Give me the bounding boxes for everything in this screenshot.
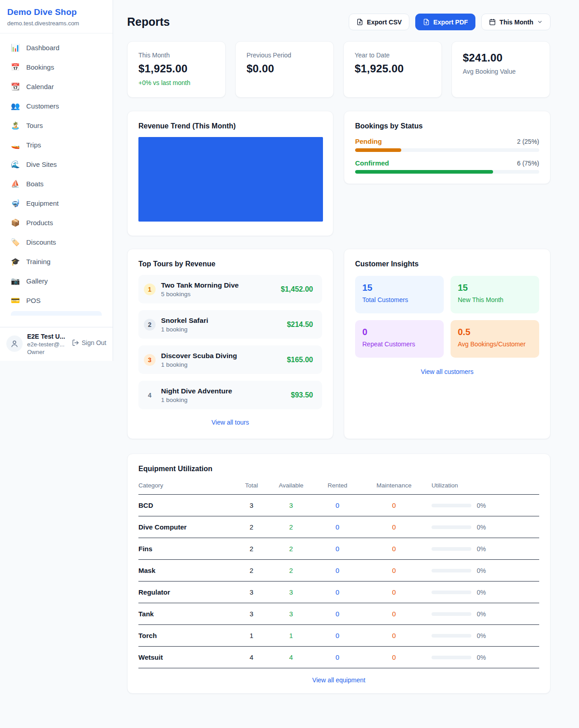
revenue-trend-title: Revenue Trend (This Month) bbox=[138, 122, 322, 130]
equipment-total: 2 bbox=[236, 545, 267, 553]
utilization-pct: 0% bbox=[477, 589, 486, 596]
equipment-maintenance: 0 bbox=[360, 653, 428, 661]
equipment-total: 1 bbox=[236, 632, 267, 639]
tour-revenue: $1,452.00 bbox=[281, 285, 313, 293]
export-csv-label: Export CSV bbox=[367, 19, 402, 26]
equipment-maintenance: 0 bbox=[360, 545, 428, 553]
equipment-total: 2 bbox=[236, 567, 267, 574]
view-all-tours-link[interactable]: View all tours bbox=[138, 419, 322, 426]
shop-header: Demo Dive Shop demo.test.divestreams.com bbox=[0, 0, 113, 33]
tour-row: 1 Two Tank Morning Dive 5 bookings $1,45… bbox=[138, 275, 322, 303]
sidebar-item-training[interactable]: 🎓 Training bbox=[5, 253, 107, 270]
sign-out-icon bbox=[72, 339, 79, 346]
sidebar-item-label: Training bbox=[26, 258, 51, 265]
equipment-maintenance: 0 bbox=[360, 632, 428, 639]
bookings-by-status-card: Bookings by Status Pending 2 (25%) Confi… bbox=[344, 111, 551, 184]
calendar-icon bbox=[489, 19, 496, 25]
equipment-total: 3 bbox=[236, 588, 267, 596]
tour-revenue: $93.50 bbox=[291, 391, 313, 399]
shop-domain: demo.test.divestreams.com bbox=[7, 20, 105, 27]
sidebar-item-gallery[interactable]: 📷 Gallery bbox=[5, 272, 107, 290]
equipment-category: BCD bbox=[138, 501, 236, 509]
tour-revenue: $165.00 bbox=[287, 356, 313, 364]
utilization-bar bbox=[432, 612, 471, 616]
table-row: Fins 2 2 0 0 0% bbox=[138, 538, 539, 560]
period-select[interactable]: This Month bbox=[481, 14, 551, 30]
tour-name: Two Tank Morning Dive bbox=[161, 281, 281, 289]
stat-label: Avg Booking Value bbox=[463, 68, 539, 75]
main-content: Reports Export CSV Export PDF This Month bbox=[113, 0, 579, 694]
utilization-bar bbox=[432, 656, 471, 659]
sidebar-item-label: Tours bbox=[26, 122, 43, 129]
sidebar-item-label: Bookings bbox=[26, 63, 54, 71]
avatar bbox=[6, 336, 23, 352]
stat-label: Previous Period bbox=[247, 52, 323, 59]
tours-icon: 🏝️ bbox=[11, 121, 20, 130]
sidebar: Demo Dive Shop demo.test.divestreams.com… bbox=[0, 0, 113, 361]
tour-bookings: 1 booking bbox=[161, 397, 291, 403]
export-pdf-button[interactable]: Export PDF bbox=[415, 14, 475, 30]
sidebar-item-customers[interactable]: 👥 Customers bbox=[5, 97, 107, 115]
stat-value: $0.00 bbox=[247, 62, 323, 75]
insight-value: 15 bbox=[458, 283, 532, 293]
sidebar-item-products[interactable]: 📦 Products bbox=[5, 214, 107, 232]
status-count: 2 (25%) bbox=[517, 138, 539, 145]
sidebar-item-discounts[interactable]: 🏷️ Discounts bbox=[5, 233, 107, 251]
stat-card-avg-booking-value: $241.00 Avg Booking Value bbox=[451, 41, 550, 98]
stat-card-this-month: This Month $1,925.00 +0% vs last month bbox=[127, 41, 226, 98]
insight-tile-total-customers: 15 Total Customers bbox=[355, 276, 444, 313]
sidebar-item-label: Boats bbox=[26, 180, 43, 188]
utilization-pct: 0% bbox=[477, 610, 486, 618]
status-bar-track bbox=[355, 148, 539, 152]
view-all-equipment-link[interactable]: View all equipment bbox=[138, 676, 539, 684]
insight-value: 0.5 bbox=[458, 327, 532, 337]
table-row: BCD 3 3 0 0 0% bbox=[138, 495, 539, 516]
sidebar-item-dive-sites[interactable]: 🌊 Dive Sites bbox=[5, 156, 107, 173]
sidebar-item-pos[interactable]: 💳 POS bbox=[5, 292, 107, 309]
equipment-icon: 🤿 bbox=[11, 199, 20, 208]
sidebar-item-calendar[interactable]: 📆 Calendar bbox=[5, 78, 107, 95]
bookings-by-status-title: Bookings by Status bbox=[355, 122, 539, 130]
equipment-maintenance: 0 bbox=[360, 567, 428, 574]
status-row-pending: Pending 2 (25%) bbox=[355, 137, 539, 145]
stat-value: $241.00 bbox=[463, 52, 539, 64]
revenue-trend-bar bbox=[138, 137, 323, 222]
column-header: Available bbox=[267, 482, 315, 489]
user-email: e2e-tester@... bbox=[27, 341, 67, 348]
sidebar-item-label: Products bbox=[26, 219, 53, 227]
sidebar-item-trips[interactable]: 🚤 Trips bbox=[5, 136, 107, 154]
tour-row: 3 Discover Scuba Diving 1 booking $165.0… bbox=[138, 345, 322, 374]
top-tours-card: Top Tours by Revenue 1 Two Tank Morning … bbox=[127, 249, 333, 439]
table-row: Torch 1 1 0 0 0% bbox=[138, 625, 539, 647]
export-csv-button[interactable]: Export CSV bbox=[349, 14, 409, 30]
tour-row: 4 Night Dive Adventure 1 booking $93.50 bbox=[138, 381, 322, 409]
gallery-icon: 📷 bbox=[11, 277, 20, 285]
sidebar-item-boats[interactable]: ⛵ Boats bbox=[5, 175, 107, 193]
sidebar-item-dashboard[interactable]: 📊 Dashboard bbox=[5, 39, 107, 57]
status-bar-fill bbox=[355, 170, 493, 174]
training-icon: 🎓 bbox=[11, 257, 20, 266]
equipment-total: 4 bbox=[236, 653, 267, 661]
sidebar-item-bookings[interactable]: 📅 Bookings bbox=[5, 58, 107, 76]
sidebar-item-equipment[interactable]: 🤿 Equipment bbox=[5, 194, 107, 212]
equipment-total: 3 bbox=[236, 610, 267, 618]
view-all-customers-link[interactable]: View all customers bbox=[355, 368, 539, 375]
table-row: Dive Computer 2 2 0 0 0% bbox=[138, 516, 539, 538]
page-title: Reports bbox=[127, 15, 170, 28]
stat-label: This Month bbox=[138, 52, 214, 59]
utilization-bar bbox=[432, 504, 471, 507]
equipment-available: 3 bbox=[267, 501, 315, 509]
boats-icon: ⛵ bbox=[11, 180, 20, 188]
user-info: E2E Test U... e2e-tester@... Owner bbox=[27, 333, 67, 355]
stat-value: $1,925.00 bbox=[138, 62, 214, 75]
equipment-total: 3 bbox=[236, 501, 267, 509]
sign-out-button[interactable]: Sign Out bbox=[72, 339, 106, 346]
column-header: Category bbox=[138, 482, 236, 489]
sidebar-item-reports-partial[interactable] bbox=[11, 311, 102, 316]
tour-name: Snorkel Safari bbox=[161, 317, 287, 325]
sidebar-item-tours[interactable]: 🏝️ Tours bbox=[5, 117, 107, 134]
person-icon bbox=[10, 340, 19, 348]
equipment-category: Fins bbox=[138, 545, 236, 553]
file-download-icon bbox=[423, 19, 430, 25]
tour-revenue: $214.50 bbox=[287, 321, 313, 329]
